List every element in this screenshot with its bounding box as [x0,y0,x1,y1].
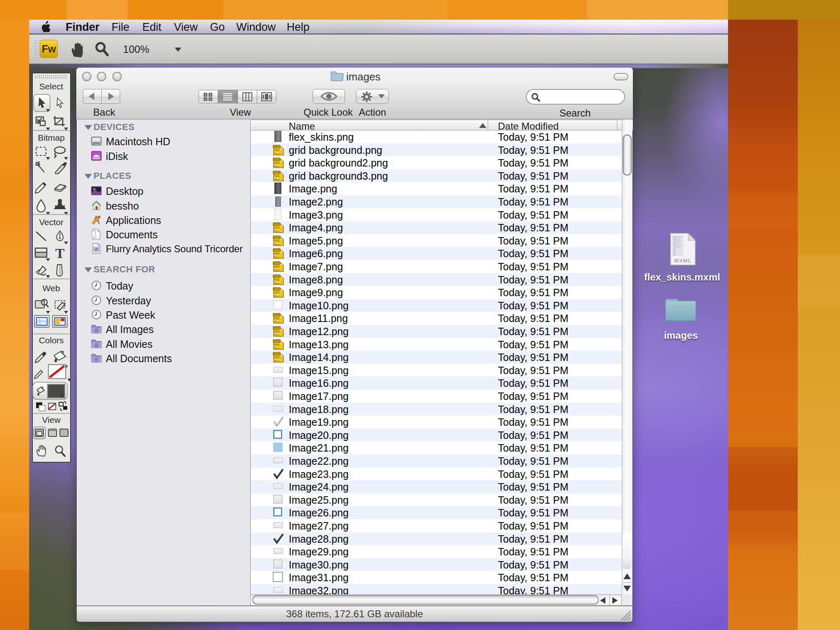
svg-text:Fw: Fw [274,228,279,232]
svg-text:Fw: Fw [274,253,279,258]
svg-text:Fw: Fw [274,240,279,244]
svg-text:Web: Web [43,283,60,293]
svg-text:Select: Select [39,82,64,91]
svg-text:Fw: Fw [274,318,279,322]
svg-text:View: View [42,415,61,425]
svg-text:Bitmap: Bitmap [38,133,64,142]
svg-text:Fw: Fw [274,267,279,271]
svg-text:Fw: Fw [274,331,279,336]
svg-text:Fw: Fw [274,163,279,167]
svg-text:T: T [55,246,65,261]
svg-text:W: W [94,247,98,252]
svg-text:Colors: Colors [39,336,64,345]
svg-text:Fw: Fw [274,357,279,361]
svg-text:Fw: Fw [274,150,279,154]
svg-text:Fw: Fw [274,279,279,283]
svg-text:Fw: Fw [274,344,279,348]
svg-text:MXML: MXML [674,258,692,264]
svg-text:Fw: Fw [274,176,279,180]
svg-text:Vector: Vector [39,217,64,227]
svg-text:Fw: Fw [274,292,279,297]
